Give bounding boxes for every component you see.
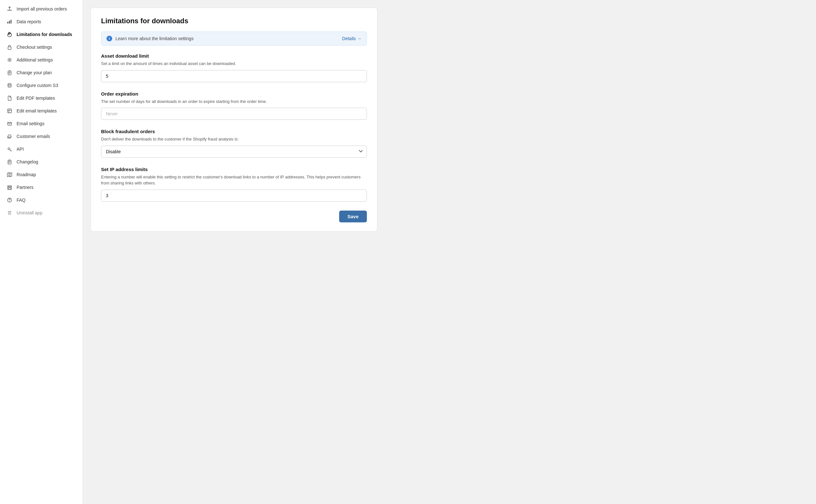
hand-icon [6, 31, 13, 38]
ip-address-input[interactable] [101, 190, 367, 202]
footer-row: Save [101, 211, 367, 222]
sidebar-item-label: API [17, 147, 24, 152]
sidebar-item-label: Limitations for downloads [17, 32, 72, 37]
save-button[interactable]: Save [339, 211, 367, 222]
order-expiration-section: Order expiration The set number of days … [101, 91, 367, 120]
block-fraudulent-section: Block fraudulent orders Don't deliver th… [101, 129, 367, 158]
sidebar-item-data-reports[interactable]: Data reports [0, 15, 83, 28]
sidebar-item-label: Partners [17, 185, 33, 190]
sidebar-item-label: Data reports [17, 19, 41, 24]
sidebar-item-limitations[interactable]: Limitations for downloads [0, 28, 83, 41]
svg-rect-1 [7, 22, 8, 24]
sidebar-item-label: Change your plan [17, 70, 52, 75]
svg-point-10 [8, 148, 10, 150]
svg-point-14 [9, 201, 10, 202]
info-icon: i [106, 36, 112, 41]
ip-address-title: Set IP address limits [101, 167, 367, 172]
fraud-select-wrapper: DisableLowMediumHigh [101, 146, 367, 158]
database-icon [6, 82, 13, 89]
gear-icon [6, 57, 13, 63]
sidebar-item-changelog[interactable]: Changelog [0, 155, 83, 168]
sidebar-item-configure-s3[interactable]: Configure custom S3 [0, 79, 83, 92]
svg-rect-2 [9, 21, 10, 24]
order-expiration-title: Order expiration [101, 91, 367, 97]
sidebar-item-label: Roadmap [17, 172, 36, 177]
upload-icon [6, 6, 13, 12]
lock-icon [6, 44, 13, 50]
asset-download-title: Asset download limit [101, 53, 367, 59]
inbox-icon [6, 133, 13, 140]
info-banner: i Learn more about the limitation settin… [101, 32, 367, 46]
svg-rect-8 [8, 109, 11, 113]
svg-rect-6 [8, 71, 11, 75]
sidebar-item-edit-email-templates[interactable]: Edit email templates [0, 104, 83, 117]
sidebar-item-label: Edit email templates [17, 108, 57, 113]
block-fraudulent-title: Block fraudulent orders [101, 129, 367, 134]
page-title: Limitations for downloads [101, 17, 367, 25]
trash-icon [6, 210, 13, 216]
file-icon [6, 95, 13, 101]
sidebar-item-label: Email settings [17, 121, 44, 126]
sidebar: Import all previous ordersData reportsLi… [0, 0, 83, 504]
block-fraudulent-desc: Don't deliver the downloads to the custo… [101, 136, 367, 142]
building-icon [6, 184, 13, 191]
chart-icon [6, 18, 13, 25]
ip-address-section: Set IP address limits Entering a number … [101, 167, 367, 202]
sidebar-item-import-orders[interactable]: Import all previous orders [0, 3, 83, 15]
details-link[interactable]: Details → [342, 36, 361, 41]
sidebar-item-faq[interactable]: FAQ [0, 194, 83, 206]
key-icon [6, 146, 13, 152]
sidebar-item-label: Additional settings [17, 57, 53, 62]
sidebar-item-label: Uninstall app [17, 210, 42, 215]
clipboard2-icon [6, 159, 13, 165]
sidebar-item-email-settings[interactable]: Email settings [0, 117, 83, 130]
sidebar-item-label: Changelog [17, 159, 38, 164]
asset-download-input[interactable] [101, 70, 367, 82]
svg-rect-3 [11, 20, 11, 24]
limitations-card: Limitations for downloads i Learn more a… [90, 8, 377, 232]
svg-point-5 [9, 59, 11, 61]
main-content: Limitations for downloads i Learn more a… [83, 0, 816, 504]
sidebar-item-roadmap[interactable]: Roadmap [0, 168, 83, 181]
asset-download-section: Asset download limit Set a limit on the … [101, 53, 367, 82]
sidebar-item-label: Import all previous orders [17, 6, 67, 11]
fraud-select[interactable]: DisableLowMediumHigh [101, 146, 367, 158]
circle-question-icon [6, 197, 13, 203]
sidebar-item-label: Configure custom S3 [17, 83, 58, 88]
sidebar-item-checkout-settings[interactable]: Checkout settings [0, 41, 83, 54]
table-icon [6, 108, 13, 114]
order-expiration-input[interactable] [101, 108, 367, 120]
sidebar-item-label: Customer emails [17, 134, 50, 139]
sidebar-item-change-plan[interactable]: Change your plan [0, 66, 83, 79]
sidebar-item-partners[interactable]: Partners [0, 181, 83, 194]
svg-rect-4 [8, 47, 11, 49]
map-icon [6, 171, 13, 178]
asset-download-desc: Set a limit on the amount of times an in… [101, 61, 367, 67]
svg-rect-11 [8, 160, 11, 164]
sidebar-item-label: Edit PDF templates [17, 96, 55, 101]
sidebar-item-uninstall[interactable]: Uninstall app [0, 206, 83, 219]
clipboard-icon [6, 69, 13, 76]
sidebar-item-customer-emails[interactable]: Customer emails [0, 130, 83, 143]
sidebar-item-label: Checkout settings [17, 45, 52, 50]
svg-rect-0 [7, 10, 12, 11]
envelope-icon [6, 120, 13, 127]
sidebar-item-label: FAQ [17, 198, 25, 203]
sidebar-item-edit-pdf[interactable]: Edit PDF templates [0, 92, 83, 104]
info-banner-left: i Learn more about the limitation settin… [106, 36, 193, 41]
ip-address-desc: Entering a number will enable this setti… [101, 174, 367, 186]
sidebar-item-additional-settings[interactable]: Additional settings [0, 54, 83, 66]
svg-point-7 [8, 83, 11, 85]
sidebar-item-api[interactable]: API [0, 143, 83, 155]
order-expiration-desc: The set number of days for all downloads… [101, 98, 367, 105]
info-banner-text: Learn more about the limitation settings [115, 36, 193, 41]
